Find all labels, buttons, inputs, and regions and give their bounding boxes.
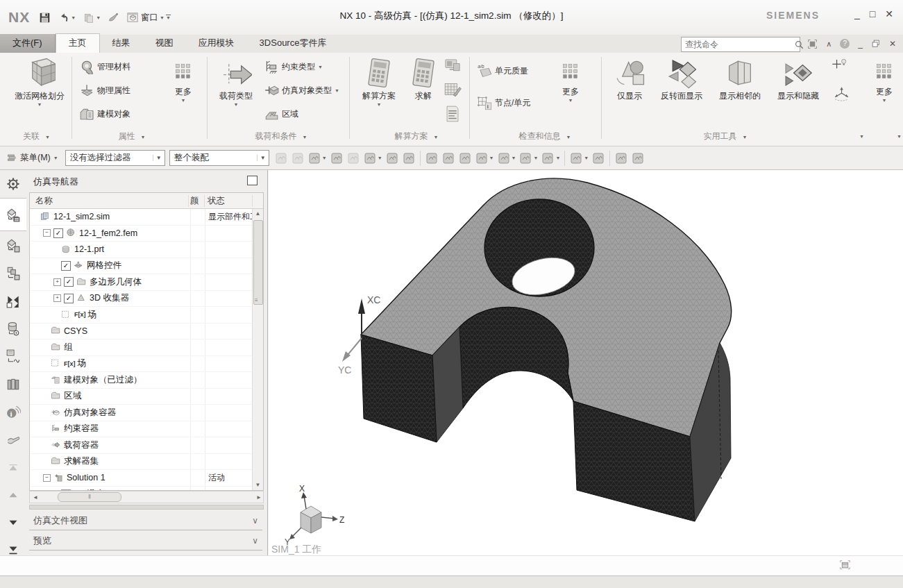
tree-row[interactable]: F[x]场 xyxy=(30,307,253,324)
toolbar-move-window-button[interactable] xyxy=(614,151,629,166)
scroll-right-arrow[interactable]: ► xyxy=(256,494,262,501)
column-color[interactable]: 颜 xyxy=(189,195,205,207)
resource-internet-info-button[interactable]: i xyxy=(0,398,26,426)
tree-row[interactable]: 12-1.prt xyxy=(30,242,253,258)
toolbar-bell-button[interactable] xyxy=(630,151,645,166)
restore-window-icon[interactable] xyxy=(871,39,881,49)
toolbar-sketch-button[interactable]: ▼ xyxy=(568,151,589,166)
scroll-up-arrow[interactable]: ▲ xyxy=(253,209,263,219)
resource-roles-up-button[interactable] xyxy=(0,453,26,481)
tree-color-cell[interactable] xyxy=(190,226,205,242)
tree-expand-toggle[interactable]: + xyxy=(53,278,61,286)
tree-color-cell[interactable] xyxy=(190,437,205,453)
tree-color-cell[interactable] xyxy=(190,421,205,437)
tree-expand-toggle[interactable]: − xyxy=(43,474,51,482)
tab-应用模块[interactable]: 应用模块 xyxy=(186,34,247,53)
tab-文件(F)[interactable]: 文件(F) xyxy=(0,34,56,53)
tree-row[interactable]: 组 xyxy=(30,339,253,356)
tree-row[interactable]: 载荷容器 xyxy=(30,437,253,454)
ribbon-button-physical-props[interactable]: 物理属性 xyxy=(78,82,132,99)
scroll-down-arrow[interactable]: ▼ xyxy=(253,480,263,490)
tree-row[interactable]: CSYS xyxy=(30,324,253,340)
toolbar-layout-button[interactable]: ▼ xyxy=(474,151,495,166)
toolbar-shell-button[interactable] xyxy=(385,151,400,166)
tab-主页[interactable]: 主页 xyxy=(56,33,100,53)
chevron-down-icon[interactable]: ∨ xyxy=(252,516,258,526)
toolbar-point-button[interactable]: ▼ xyxy=(307,151,328,166)
tree-color-cell[interactable] xyxy=(190,470,205,486)
ribbon-button-materials[interactable]: 管理材料 xyxy=(78,58,132,75)
toolbar-orient-button[interactable]: ▼ xyxy=(540,151,561,166)
tree-row[interactable]: +✓多边形几何体 xyxy=(30,274,253,291)
tree-color-cell[interactable] xyxy=(190,291,205,307)
ribbon-button-more[interactable]: 更多▼ xyxy=(552,58,589,104)
toolbar-rotate-view-button[interactable] xyxy=(457,151,473,166)
menu-button[interactable]: 菜单(M) ▼ xyxy=(4,151,61,165)
toolbar-touch-button[interactable] xyxy=(273,151,289,166)
ribbon-button-analysis-monitor[interactable] xyxy=(443,57,462,76)
tree-row[interactable]: 建模对象（已过滤） xyxy=(30,372,253,389)
minimize-ribbon-chevron-icon[interactable]: ∧ xyxy=(826,40,832,49)
tree-color-cell[interactable] xyxy=(190,372,205,388)
ribbon-button-show-adjacent[interactable]: 显示相邻的 xyxy=(711,56,769,103)
resource-part-navigator-button[interactable] xyxy=(0,314,26,342)
tree-expand-toggle[interactable]: + xyxy=(53,294,61,302)
minimize-window-icon[interactable]: _ xyxy=(858,39,863,49)
tree-row[interactable]: 仿真对象容器 xyxy=(30,405,253,421)
chevron-down-icon[interactable]: ∨ xyxy=(252,536,258,546)
tree-color-cell[interactable] xyxy=(190,258,205,274)
tree-row[interactable]: 12-1_sim2.sim 显示部件和工... xyxy=(30,209,253,226)
toolbar-hand-button[interactable] xyxy=(346,151,361,166)
resource-post-navigator-button[interactable] xyxy=(0,231,26,259)
tree-color-cell[interactable] xyxy=(190,389,205,405)
ribbon-button-region[interactable]: 区域 xyxy=(262,106,300,122)
toolbar-show-button[interactable] xyxy=(290,151,305,166)
resource-reuse-library-button[interactable] xyxy=(0,370,26,398)
chevron-down-icon[interactable]: ▼ xyxy=(153,155,164,161)
resource-scroll-down-button[interactable] xyxy=(0,509,26,537)
resource-xy-function-navigator-button[interactable] xyxy=(0,342,26,370)
view-triad[interactable]: X Z Y xyxy=(285,484,344,547)
chevron-down-icon[interactable]: ▼ xyxy=(257,155,269,161)
tree-row[interactable]: −Solution 1 活动 xyxy=(30,470,253,487)
paste-button[interactable]: ▼ xyxy=(81,10,103,26)
tree-color-cell[interactable] xyxy=(190,274,205,290)
graphics-viewport[interactable]: XC YC X Z Y SIM_1 工作 xyxy=(269,170,903,555)
toolbar-plus-point-button[interactable] xyxy=(329,151,344,166)
search-icon[interactable] xyxy=(794,40,804,50)
ribbon-button-more[interactable]: 更多▼ xyxy=(866,58,902,104)
command-finder-input[interactable] xyxy=(682,39,794,50)
sim-file-view-panel-header[interactable]: 仿真文件视图 ∨ xyxy=(29,512,262,530)
selection-filter-combo[interactable]: 没有选择过滤器 ▼ xyxy=(65,150,165,166)
command-finder[interactable] xyxy=(681,37,800,52)
toolbar-cube-button[interactable] xyxy=(401,151,416,166)
tree-vertical-scrollbar[interactable]: ▲ ≡ ▼ xyxy=(252,209,263,490)
tree-horizontal-scrollbar[interactable]: ◄ ⦀ ► xyxy=(29,491,264,503)
resource-constraint-navigator-button[interactable] xyxy=(0,287,26,314)
ribbon-button-node-element[interactable]: i节点/单元 xyxy=(475,94,532,111)
tree-color-cell[interactable] xyxy=(190,242,205,258)
toolbar-render-style-button[interactable]: ▼ xyxy=(496,151,517,166)
scroll-left-arrow[interactable]: ◄ xyxy=(30,494,41,501)
tree-color-cell[interactable] xyxy=(190,405,205,421)
tree-row[interactable]: 求解器集 xyxy=(30,454,253,471)
tab-结果[interactable]: 结果 xyxy=(100,34,143,53)
hscrollbar-thumb[interactable]: ⦀ xyxy=(58,492,121,502)
selection-scope-combo[interactable]: 整个装配 ▼ xyxy=(169,150,269,166)
panel-splitter[interactable] xyxy=(29,505,264,510)
maximize-button[interactable]: □ xyxy=(870,8,875,19)
resource-fem-navigator-button[interactable] xyxy=(0,259,26,287)
preview-panel-header[interactable]: 预览 ∨ xyxy=(29,532,262,551)
ribbon-button-crosshair-bulb[interactable] xyxy=(830,57,851,78)
tree-checkbox[interactable]: ✓ xyxy=(53,228,63,238)
ribbon-button-element-quality[interactable]: a/b单元质量 xyxy=(475,62,530,79)
ribbon-button-constraint-type[interactable]: 约束类型▼ xyxy=(262,58,324,75)
tree-expand-toggle[interactable]: − xyxy=(43,229,51,237)
tree-color-cell[interactable] xyxy=(190,209,205,225)
ribbon-button-calculator[interactable]: 解算方案▼ xyxy=(355,56,403,108)
window-dock-icon[interactable] xyxy=(839,560,851,571)
tab-3DSource零件库[interactable]: 3DSource零件库 xyxy=(247,34,339,53)
close-button[interactable]: ✕ xyxy=(885,8,893,19)
help-icon[interactable]: ? xyxy=(840,39,850,49)
ribbon-button-load-arrow[interactable]: 载荷类型▼ xyxy=(212,56,260,108)
